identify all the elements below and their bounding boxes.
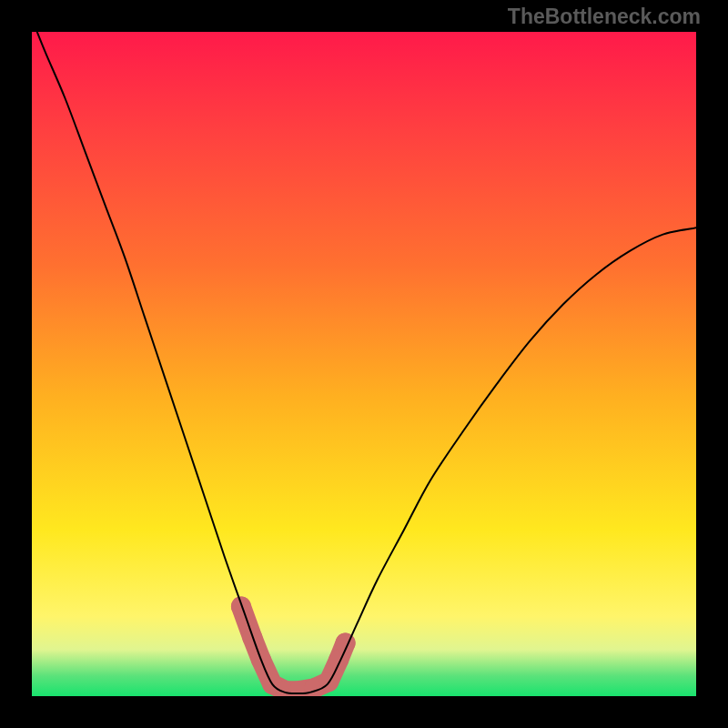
bottleneck-curve-path (32, 18, 696, 693)
markers-group (231, 596, 356, 701)
curve-layer (0, 0, 728, 728)
watermark-text: TheBottleneck.com (508, 5, 701, 29)
chart-frame: TheBottleneck.com (0, 0, 728, 728)
